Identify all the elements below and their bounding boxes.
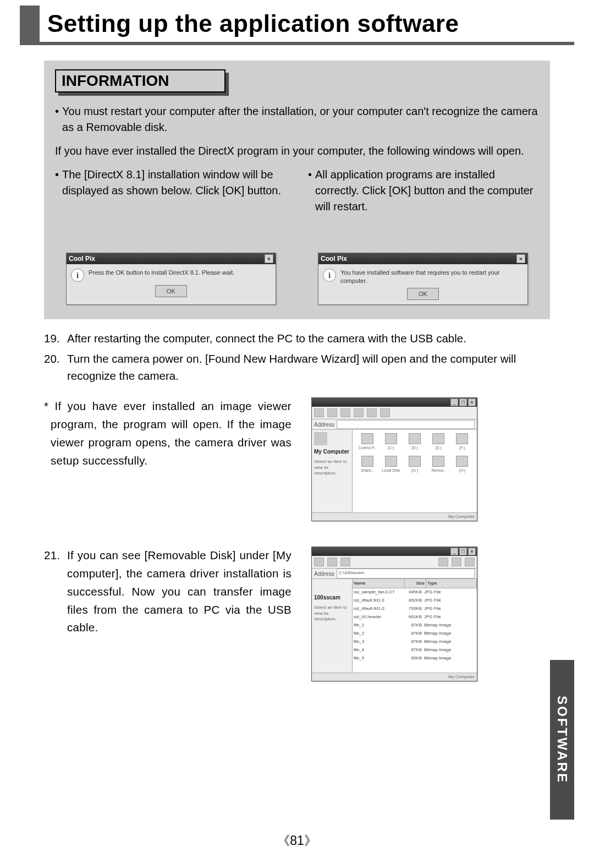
address-input[interactable]: [337, 420, 475, 429]
dialog-directx: Cool Pix × i Press the OK button to inst…: [66, 253, 276, 305]
drive-icon[interactable]: (E:): [427, 433, 450, 451]
page-number: 《81》: [0, 832, 594, 849]
minimize-icon[interactable]: _: [450, 548, 458, 555]
dialog-restart-title: Cool Pix: [321, 255, 347, 263]
info-icon: i: [71, 269, 84, 282]
ok-button[interactable]: OK: [155, 285, 187, 297]
window-side: My Computer Select an item to view its d…: [312, 430, 353, 512]
col-name[interactable]: Name: [353, 579, 405, 588]
info-columns: The [DirectX 8.1] installation window wi…: [55, 167, 539, 215]
mycomputer-icon: [314, 432, 327, 445]
col-size[interactable]: Size: [405, 579, 426, 588]
toolbar-icon[interactable]: [354, 408, 364, 417]
explorer-side-desc: Select an item to view its description.: [314, 605, 350, 622]
ok-button[interactable]: OK: [407, 288, 439, 300]
step-20-num: 20.: [44, 351, 67, 385]
step-20-text: Turn the camera power on. [Found New Har…: [67, 351, 550, 385]
window-content: 100sscam Select an item to view its desc…: [312, 579, 477, 673]
info-col-left: The [DirectX 8.1] installation window wi…: [62, 167, 286, 215]
col-type[interactable]: Type: [426, 579, 477, 588]
toolbar-icon[interactable]: [327, 408, 337, 417]
close-icon[interactable]: ×: [468, 398, 476, 406]
toolbar-icon[interactable]: [367, 408, 377, 417]
steps: 19. After restarting the computer, conne…: [44, 330, 550, 681]
toolbar-icon[interactable]: [340, 408, 350, 417]
drive-icon[interactable]: (H:): [451, 456, 474, 474]
dialog-restart: Cool Pix × i You have installed software…: [318, 253, 528, 305]
section-tab-label: SOFTWARE: [554, 696, 570, 784]
drive-icon[interactable]: (F:): [451, 433, 474, 451]
dialog-restart-titlebar: Cool Pix ×: [318, 253, 527, 264]
status-text: My Computer: [448, 514, 475, 520]
title-bar: Setting up the application software: [20, 6, 574, 45]
mycomputer-window: _ □ × Address: [311, 397, 477, 521]
page-number-value: 81: [290, 833, 304, 848]
dialog-restart-body: i You have installed software that requi…: [318, 264, 527, 304]
window-main: Name Size Type ssl_sample_fan.0.CT845KBJ…: [353, 579, 477, 673]
step-20: 20. Turn the camera power on. [Found New…: [44, 351, 550, 385]
close-icon[interactable]: ×: [468, 548, 476, 555]
step20-row: * If you have ever installed an image vi…: [44, 397, 550, 521]
step-21-num: 21.: [44, 547, 67, 637]
dialog-directx-message: Press the OK button to install DirectX 8…: [89, 269, 271, 276]
window-toolbar: [312, 407, 477, 419]
window-titlebar: _ □ ×: [312, 547, 477, 556]
dialogs-row: Cool Pix × i Press the OK button to inst…: [66, 253, 528, 305]
section-tab: SOFTWARE: [550, 660, 574, 820]
toolbar-icon[interactable]: [314, 558, 324, 566]
toolbar-icon[interactable]: [452, 558, 461, 566]
info-icon: i: [323, 269, 336, 282]
list-item[interactable]: file_287KBBitmap Image: [353, 630, 477, 638]
list-item[interactable]: ssl_h2.header661KBJPG File: [353, 613, 477, 621]
list-item[interactable]: file_387KBBitmap Image: [353, 638, 477, 646]
window-addressbar: Address: [312, 419, 477, 430]
info-directx-note: If you have ever installed the DirectX p…: [55, 143, 539, 159]
maximize-icon[interactable]: □: [459, 548, 467, 555]
explorer-window: _ □ × Address C:\100sscam: [311, 547, 477, 681]
toolbar-icon[interactable]: [380, 408, 390, 417]
address-input[interactable]: C:\100sscam: [337, 569, 475, 578]
drive-icon[interactable]: (C:): [380, 433, 402, 451]
window-main: Control P..(C:)(D:)(E:)(F:)Share..Local …: [353, 430, 477, 512]
toolbar-icon[interactable]: [465, 558, 475, 566]
list-item[interactable]: file_487KBBitmap Image: [353, 646, 477, 654]
drive-icon[interactable]: (G:): [403, 456, 426, 474]
drive-icon[interactable]: (D:): [403, 433, 426, 451]
info-heading-text: INFORMATION: [62, 72, 169, 90]
list-header: Name Size Type: [353, 579, 477, 588]
explorer-side-label: 100sscam: [314, 594, 340, 600]
step-19: 19. After restarting the computer, conne…: [44, 330, 550, 347]
status-text: My Computer: [448, 674, 475, 680]
close-icon[interactable]: ×: [516, 254, 525, 263]
window-side: 100sscam Select an item to view its desc…: [312, 579, 353, 673]
drive-icon[interactable]: Control P..: [356, 433, 378, 451]
window-statusbar: My Computer: [312, 512, 477, 521]
page: Setting up the application software INFO…: [0, 0, 594, 868]
drive-icon[interactable]: Remov..: [427, 456, 450, 474]
minimize-icon[interactable]: _: [450, 398, 458, 406]
page-title: Setting up the application software: [47, 10, 459, 37]
toolbar-icon[interactable]: [340, 558, 350, 566]
information-panel: INFORMATION You must restart your comput…: [44, 61, 550, 319]
step20-note-text: If you have ever installed an image view…: [51, 400, 292, 466]
address-label: Address: [314, 421, 334, 429]
list-item[interactable]: file_187KBBitmap Image: [353, 621, 477, 630]
address-label: Address: [314, 570, 334, 578]
step-19-num: 19.: [44, 330, 67, 347]
window-content: My Computer Select an item to view its d…: [312, 430, 477, 512]
toolbar-icon[interactable]: [327, 558, 337, 566]
list-item[interactable]: ssl_dfault.fld1.0793KBJPG File: [353, 605, 477, 613]
list-item[interactable]: ssl_dfault.fld1.0892KBJPG File: [353, 597, 477, 605]
drive-icon[interactable]: Local Disk: [380, 456, 402, 474]
icon-grid: Control P..(C:)(D:)(E:)(F:)Share..Local …: [356, 433, 474, 473]
info-col-right: All application programs are installed c…: [315, 167, 539, 215]
maximize-icon[interactable]: □: [459, 398, 467, 406]
list-item[interactable]: file_585KBBitmap Image: [353, 654, 477, 663]
close-icon[interactable]: ×: [265, 254, 273, 263]
toolbar-icon[interactable]: [314, 408, 324, 417]
info-body: You must restart your computer after the…: [55, 103, 539, 215]
drive-icon[interactable]: Share..: [356, 456, 378, 474]
toolbar-icon[interactable]: [438, 558, 448, 566]
list-item[interactable]: ssl_sample_fan.0.CT845KBJPG File: [353, 588, 477, 597]
window-titlebar: _ □ ×: [312, 398, 477, 407]
